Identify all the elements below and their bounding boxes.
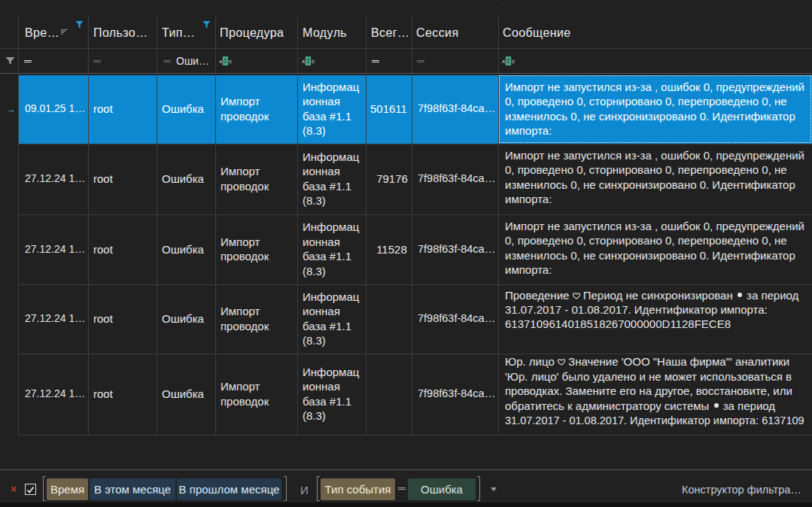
svg-text:C: C [229,59,232,64]
svg-text:A: A [302,59,305,64]
svg-text:C: C [312,59,315,64]
svg-text:C: C [512,59,515,64]
svg-text:A: A [219,59,222,64]
svg-text:A: A [502,59,505,64]
